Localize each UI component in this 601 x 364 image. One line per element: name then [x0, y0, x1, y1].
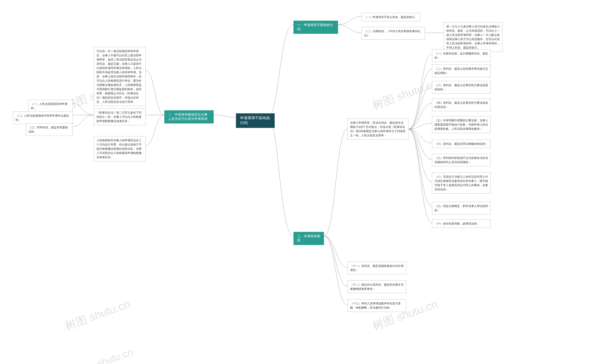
branch3-item-2: （二）原判决、裁定认定的基本事实缺乏证据证明的； — [432, 65, 491, 77]
branch3-item-12: （十二）据以作出原判决、裁定的法律文书被撤销或者变更的； — [347, 280, 406, 293]
branch-1: 一、申请再审不影响执行吗 — [293, 21, 338, 34]
watermark: 树图 shutu.cn — [371, 76, 440, 113]
branch3-item-10: （十）未经传票传唤，缺席判决的； — [432, 219, 491, 228]
branch3-item-6: （六）原判决、裁定适用法律确有错误的； — [432, 140, 491, 148]
branch-2: 二、申请再审被驳回后当事人是否还可以再次申请再审 — [164, 110, 214, 123]
branch3-item-5: （五）对审理案件需要的主要证据，当事人因客观原因不能自行收集，书面申请人民法院调… — [432, 116, 491, 133]
branch3-item-11: （十一）原判决、裁定遗漏或者超出诉讼请求的； — [347, 262, 406, 274]
branch2-leaf-2a: （一）人民法院驳回再审申请的； — [28, 100, 73, 112]
branch2-leaf-2c: （三）再审判决、裁定有明显错误的。 — [26, 123, 73, 136]
branch1-leaf-2a: 第一百九十九条当事人对已经发生法律效力的判决、裁定，认为有错误的，可以向上一级人… — [444, 22, 502, 52]
branch1-leaf-2: （二）法律依据：《中华人民共和国民事诉讼法》 — [361, 27, 425, 40]
connector-layer — [0, 0, 601, 364]
root-node: 申请再审不影响执行吗 — [236, 113, 275, 128]
branch2-leaf-2: 《民事诉讼法》第二百零九条有下列情形之一的，当事人可以向人民检察院申请检察建议或… — [94, 108, 146, 125]
branch2-leaf-2b: （二）人民法院逾期未对再审申请作出裁定的； — [13, 111, 73, 124]
branch3-item-9: （九）违反法律规定，剥夺当事人辩论权利的； — [432, 202, 491, 215]
branch3-item-3: （三）原判决、裁定认定事实的主要证据是伪造的； — [432, 81, 491, 94]
watermark: shutu.cn — [96, 346, 135, 364]
branch2-leaf-3: 人民检察院对当事人的申请应当在三个月内进行审查，作出提出或者不予提出检察建议或者… — [94, 136, 146, 161]
branch-3: 三、申请再审期限 — [293, 232, 324, 245]
branch3-item-4: （四）原判决、裁定认定事实的主要证据未经质证的； — [432, 98, 491, 111]
branch3-item-8: （八）无诉讼行为能力人未经法定代理人代为诉讼或者应当参加诉讼的当事人，因不能归责… — [432, 173, 491, 194]
branch2-leaf-1: 可以的，对一级法院驳回再审申请后，当事人不服可以向其上级法院申请再审，如经二审法… — [94, 47, 146, 106]
branch3-item-7: （七）审判组织的组成不合法或者依法应当回避的审判人员没有回避的； — [432, 154, 491, 166]
branch3-item-1: （一）有新的证据，足以推翻原判决、裁定的； — [432, 49, 491, 62]
branch3-intro: 当事人申请再审，应当在判决、裁定发生法律效力后6个月内提出；但当出现《民事诉讼法… — [347, 118, 409, 140]
watermark: 树图 shutu.cn — [63, 296, 132, 334]
branch1-leaf-1: （一）申请再审不停止判决、裁定的执行。 — [361, 13, 420, 21]
branch3-item-13: （十三）审判人员审理该案件时有贪污受贿，徇私舞弊，枉法裁判行为的。 — [347, 299, 406, 312]
